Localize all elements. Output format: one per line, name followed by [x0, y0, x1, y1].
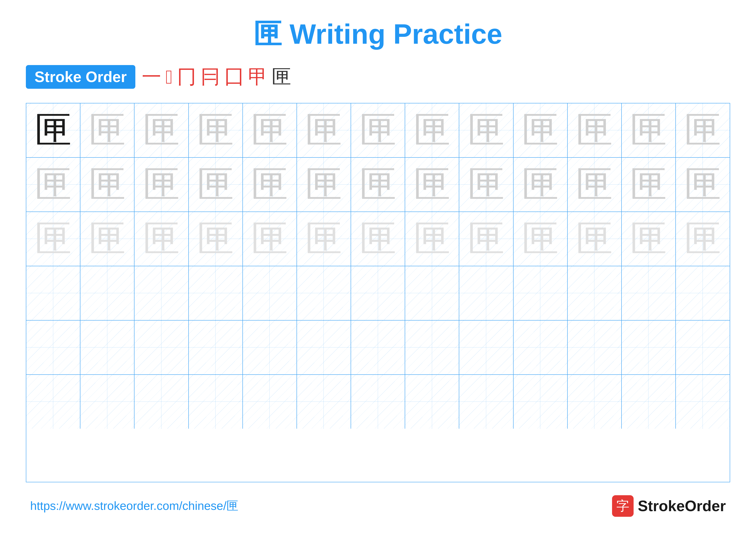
practice-char-1-11: 匣 — [630, 166, 667, 203]
grid-cell-2-3[interactable]: 匣 — [189, 212, 243, 266]
practice-char-0-7: 匣 — [414, 112, 450, 149]
grid-cell-5-1[interactable] — [80, 375, 134, 429]
grid-cell-0-11[interactable]: 匣 — [622, 103, 676, 157]
grid-cell-4-0[interactable] — [26, 320, 80, 374]
grid-cell-2-9[interactable]: 匣 — [514, 212, 568, 266]
practice-char-0-8: 匣 — [468, 112, 504, 149]
grid-cell-5-8[interactable] — [459, 375, 513, 429]
practice-char-1-4: 匣 — [251, 166, 288, 203]
grid-cell-3-1[interactable] — [80, 266, 134, 320]
stroke-char-5: 甲 — [248, 64, 267, 90]
grid-cell-5-3[interactable] — [189, 375, 243, 429]
grid-cell-5-5[interactable] — [297, 375, 351, 429]
practice-char-1-9: 匣 — [522, 166, 558, 203]
grid-cell-0-5[interactable]: 匣 — [297, 103, 351, 157]
grid-cell-3-4[interactable] — [243, 266, 297, 320]
grid-cell-0-3[interactable]: 匣 — [189, 103, 243, 157]
grid-cell-2-1[interactable]: 匣 — [80, 212, 134, 266]
grid-cell-5-0[interactable] — [26, 375, 80, 429]
grid-cell-0-10[interactable]: 匣 — [568, 103, 622, 157]
grid-cell-4-9[interactable] — [514, 320, 568, 374]
practice-char-0-12: 匣 — [685, 112, 721, 149]
grid-cell-1-1[interactable]: 匣 — [80, 158, 134, 212]
practice-char-0-11: 匣 — [630, 112, 667, 149]
grid-cell-5-7[interactable] — [405, 375, 459, 429]
grid-cell-1-2[interactable]: 匣 — [134, 158, 189, 212]
practice-char-0-6: 匣 — [360, 112, 396, 149]
grid-cell-0-9[interactable]: 匣 — [514, 103, 568, 157]
practice-char-0-4: 匣 — [251, 112, 288, 149]
grid-cell-2-0[interactable]: 匣 — [26, 212, 80, 266]
grid-cell-1-6[interactable]: 匣 — [351, 158, 405, 212]
grid-cell-3-12[interactable] — [676, 266, 730, 320]
grid-cell-4-10[interactable] — [568, 320, 622, 374]
grid-cell-2-7[interactable]: 匣 — [405, 212, 459, 266]
practice-char-2-2: 匣 — [143, 220, 180, 257]
grid-cell-0-2[interactable]: 匣 — [134, 103, 189, 157]
grid-cell-0-12[interactable]: 匣 — [676, 103, 730, 157]
practice-char-0-10: 匣 — [576, 112, 613, 149]
grid-cell-4-2[interactable] — [134, 320, 189, 374]
grid-cell-5-2[interactable] — [134, 375, 189, 429]
grid-cell-0-0[interactable]: 匣 — [26, 103, 80, 157]
grid-cell-1-0[interactable]: 匣 — [26, 158, 80, 212]
stroke-char-6: 匣 — [272, 64, 291, 90]
grid-cell-1-5[interactable]: 匣 — [297, 158, 351, 212]
practice-char-1-5: 匣 — [305, 166, 342, 203]
grid-cell-4-4[interactable] — [243, 320, 297, 374]
grid-cell-3-0[interactable] — [26, 266, 80, 320]
grid-cell-0-6[interactable]: 匣 — [351, 103, 405, 157]
grid-cell-1-3[interactable]: 匣 — [189, 158, 243, 212]
practice-char-1-10: 匣 — [576, 166, 613, 203]
grid-cell-5-11[interactable] — [622, 375, 676, 429]
practice-char-0-5: 匣 — [305, 112, 342, 149]
grid-cell-2-8[interactable]: 匣 — [459, 212, 513, 266]
grid-cell-5-12[interactable] — [676, 375, 730, 429]
grid-cell-3-2[interactable] — [134, 266, 189, 320]
grid-cell-4-6[interactable] — [351, 320, 405, 374]
grid-cell-2-11[interactable]: 匣 — [622, 212, 676, 266]
grid-cell-5-4[interactable] — [243, 375, 297, 429]
grid-cell-2-4[interactable]: 匣 — [243, 212, 297, 266]
grid-cell-3-9[interactable] — [514, 266, 568, 320]
grid-cell-4-5[interactable] — [297, 320, 351, 374]
page-title: 匣 Writing Practice — [254, 17, 502, 51]
grid-cell-3-5[interactable] — [297, 266, 351, 320]
grid-cell-1-11[interactable]: 匣 — [622, 158, 676, 212]
grid-cell-3-7[interactable] — [405, 266, 459, 320]
grid-cell-2-6[interactable]: 匣 — [351, 212, 405, 266]
grid-cell-0-7[interactable]: 匣 — [405, 103, 459, 157]
practice-char-2-10: 匣 — [576, 220, 613, 257]
grid-cell-2-12[interactable]: 匣 — [676, 212, 730, 266]
grid-cell-5-10[interactable] — [568, 375, 622, 429]
grid-cell-5-9[interactable] — [514, 375, 568, 429]
stroke-char-1: 𠃌 — [166, 66, 173, 88]
grid-cell-3-11[interactable] — [622, 266, 676, 320]
grid-cell-0-4[interactable]: 匣 — [243, 103, 297, 157]
grid-cell-5-6[interactable] — [351, 375, 405, 429]
grid-cell-2-10[interactable]: 匣 — [568, 212, 622, 266]
grid-cell-2-5[interactable]: 匣 — [297, 212, 351, 266]
grid-cell-3-10[interactable] — [568, 266, 622, 320]
grid-cell-3-8[interactable] — [459, 266, 513, 320]
grid-cell-0-8[interactable]: 匣 — [459, 103, 513, 157]
grid-cell-1-10[interactable]: 匣 — [568, 158, 622, 212]
grid-cell-4-12[interactable] — [676, 320, 730, 374]
grid-cell-4-7[interactable] — [405, 320, 459, 374]
grid-cell-1-4[interactable]: 匣 — [243, 158, 297, 212]
grid-cell-4-11[interactable] — [622, 320, 676, 374]
practice-char-1-7: 匣 — [414, 166, 450, 203]
grid-cell-4-3[interactable] — [189, 320, 243, 374]
stroke-char-3: 冃 — [201, 64, 220, 90]
grid-cell-1-7[interactable]: 匣 — [405, 158, 459, 212]
grid-cell-1-8[interactable]: 匣 — [459, 158, 513, 212]
grid-cell-3-3[interactable] — [189, 266, 243, 320]
grid-cell-3-6[interactable] — [351, 266, 405, 320]
grid-cell-1-12[interactable]: 匣 — [676, 158, 730, 212]
grid-cell-4-1[interactable] — [80, 320, 134, 374]
grid-cell-4-8[interactable] — [459, 320, 513, 374]
grid-cell-2-2[interactable]: 匣 — [134, 212, 189, 266]
grid-cell-1-9[interactable]: 匣 — [514, 158, 568, 212]
grid-cell-0-1[interactable]: 匣 — [80, 103, 134, 157]
footer-url[interactable]: https://www.strokeorder.com/chinese/匣 — [30, 498, 238, 514]
